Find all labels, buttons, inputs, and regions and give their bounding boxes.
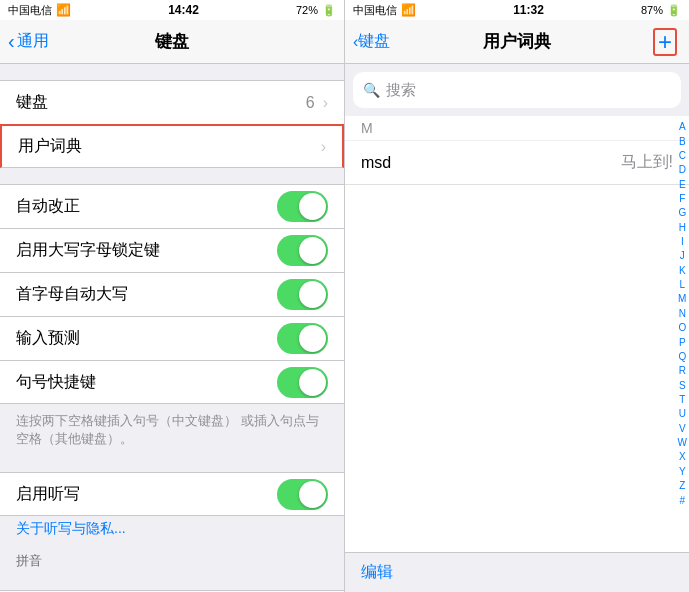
left-settings-content: 键盘 6 › 用户词典 › 自动改正 启用大写字母锁定键 首字母自动大写 bbox=[0, 64, 344, 592]
alphabet-index: A B C D E F G H I J K L M N O P Q R S T … bbox=[678, 116, 687, 512]
dict-phrase: 马上到! bbox=[621, 152, 673, 173]
right-back-button[interactable]: ‹ 键盘 bbox=[353, 31, 390, 52]
left-nav-title: 键盘 bbox=[155, 30, 189, 53]
dict-content: M msd 马上到! A B C D E F G H I J K L M N O… bbox=[345, 116, 689, 552]
pinyin-section-header: 拼音 bbox=[0, 546, 344, 574]
left-back-button[interactable]: ‹ 通用 bbox=[8, 30, 49, 53]
keyboard-row[interactable]: 键盘 6 › bbox=[0, 80, 344, 124]
alpha-I[interactable]: I bbox=[678, 236, 687, 248]
dictation-toggle[interactable] bbox=[277, 479, 328, 510]
keyboard-chevron-icon: › bbox=[323, 94, 328, 112]
toggles-section: 自动改正 启用大写字母锁定键 首字母自动大写 输入预测 句号快捷键 bbox=[0, 184, 344, 404]
alpha-V[interactable]: V bbox=[678, 423, 687, 435]
search-placeholder: 搜索 bbox=[386, 81, 416, 100]
alpha-Q[interactable]: Q bbox=[678, 351, 687, 363]
shortcuts-note: 连按两下空格键插入句号（中文键盘） 或插入句点与空格（其他键盘）。 bbox=[0, 404, 344, 456]
alpha-K[interactable]: K bbox=[678, 265, 687, 277]
predictive-label: 输入预测 bbox=[16, 328, 277, 349]
alpha-O[interactable]: O bbox=[678, 322, 687, 334]
left-status-bar: 中国电信 📶 14:42 72% 🔋 bbox=[0, 0, 344, 20]
shortcuts-label: 句号快捷键 bbox=[16, 372, 277, 393]
alpha-R[interactable]: R bbox=[678, 365, 687, 377]
alpha-U[interactable]: U bbox=[678, 408, 687, 420]
search-icon: 🔍 bbox=[363, 82, 380, 98]
alpha-X[interactable]: X bbox=[678, 451, 687, 463]
alpha-N[interactable]: N bbox=[678, 308, 687, 320]
right-nav-bar: ‹ 键盘 用户词典 + bbox=[345, 20, 689, 64]
alpha-W[interactable]: W bbox=[678, 437, 687, 449]
add-button[interactable]: + bbox=[653, 28, 677, 56]
alpha-Y[interactable]: Y bbox=[678, 466, 687, 478]
alpha-M[interactable]: M bbox=[678, 293, 687, 305]
alpha-A[interactable]: A bbox=[678, 121, 687, 133]
left-back-label: 通用 bbox=[17, 31, 49, 52]
auto-correct-row[interactable]: 自动改正 bbox=[0, 184, 344, 228]
alpha-T[interactable]: T bbox=[678, 394, 687, 406]
dictation-label: 启用听写 bbox=[16, 484, 277, 505]
shortcuts-toggle[interactable] bbox=[277, 367, 328, 398]
right-status-bar: 中国电信 📶 11:32 87% 🔋 bbox=[345, 0, 689, 20]
right-status-left: 中国电信 📶 bbox=[353, 3, 416, 18]
caps-lock-row[interactable]: 启用大写字母锁定键 bbox=[0, 228, 344, 272]
left-status-right: 72% 🔋 bbox=[296, 4, 336, 17]
search-bar-container: 🔍 搜索 bbox=[345, 64, 689, 116]
wifi-icon-right: 📶 bbox=[401, 3, 416, 17]
dict-footer: 编辑 bbox=[345, 552, 689, 592]
keyboard-value: 6 bbox=[306, 94, 315, 112]
wifi-icon-left: 📶 bbox=[56, 3, 71, 17]
carrier-right: 中国电信 bbox=[353, 3, 397, 18]
caps-lock-toggle[interactable] bbox=[277, 235, 328, 266]
time-left: 14:42 bbox=[168, 3, 199, 17]
battery-icon-right: 🔋 bbox=[667, 4, 681, 17]
alpha-F[interactable]: F bbox=[678, 193, 687, 205]
user-dict-row[interactable]: 用户词典 › bbox=[0, 124, 344, 168]
user-dict-chevron-icon: › bbox=[321, 138, 326, 156]
battery-pct-left: 72% bbox=[296, 4, 318, 16]
auto-caps-label: 首字母自动大写 bbox=[16, 284, 277, 305]
auto-correct-label: 自动改正 bbox=[16, 196, 277, 217]
auto-caps-row[interactable]: 首字母自动大写 bbox=[0, 272, 344, 316]
alpha-hash[interactable]: # bbox=[678, 495, 687, 507]
alpha-P[interactable]: P bbox=[678, 337, 687, 349]
right-panel: 中国电信 📶 11:32 87% 🔋 ‹ 键盘 用户词典 + 🔍 搜索 M ms… bbox=[345, 0, 689, 592]
keyboard-section: 键盘 6 › 用户词典 › bbox=[0, 80, 344, 168]
left-nav-bar: ‹ 通用 键盘 bbox=[0, 20, 344, 64]
alpha-G[interactable]: G bbox=[678, 207, 687, 219]
keyboard-label: 键盘 bbox=[16, 92, 306, 113]
carrier-left: 中国电信 bbox=[8, 3, 52, 18]
shortcuts-row[interactable]: 句号快捷键 bbox=[0, 360, 344, 404]
dict-shortcut: msd bbox=[361, 154, 621, 172]
predictive-row[interactable]: 输入预测 bbox=[0, 316, 344, 360]
right-status-right: 87% 🔋 bbox=[641, 4, 681, 17]
alpha-J[interactable]: J bbox=[678, 250, 687, 262]
battery-pct-right: 87% bbox=[641, 4, 663, 16]
left-status-left: 中国电信 📶 bbox=[8, 3, 71, 18]
dict-section-m: M bbox=[345, 116, 689, 141]
alpha-S[interactable]: S bbox=[678, 380, 687, 392]
chevron-left-icon: ‹ bbox=[8, 30, 15, 53]
alpha-L[interactable]: L bbox=[678, 279, 687, 291]
auto-caps-toggle[interactable] bbox=[277, 279, 328, 310]
predictive-toggle[interactable] bbox=[277, 323, 328, 354]
user-dict-label: 用户词典 bbox=[18, 136, 321, 157]
alpha-Z[interactable]: Z bbox=[678, 480, 687, 492]
alpha-C[interactable]: C bbox=[678, 150, 687, 162]
left-panel: 中国电信 📶 14:42 72% 🔋 ‹ 通用 键盘 键盘 6 › 用户词典 › bbox=[0, 0, 345, 592]
dictation-section: 启用听写 bbox=[0, 472, 344, 516]
search-bar[interactable]: 🔍 搜索 bbox=[353, 72, 681, 108]
dict-entry-msd[interactable]: msd 马上到! bbox=[345, 141, 689, 185]
battery-icon-left: 🔋 bbox=[322, 4, 336, 17]
time-right: 11:32 bbox=[513, 3, 544, 17]
auto-correct-toggle[interactable] bbox=[277, 191, 328, 222]
edit-button[interactable]: 编辑 bbox=[361, 562, 393, 583]
alpha-B[interactable]: B bbox=[678, 136, 687, 148]
caps-lock-label: 启用大写字母锁定键 bbox=[16, 240, 277, 261]
dictation-row[interactable]: 启用听写 bbox=[0, 472, 344, 516]
dictation-privacy-link[interactable]: 关于听写与隐私... bbox=[0, 516, 344, 546]
alpha-E[interactable]: E bbox=[678, 179, 687, 191]
alpha-D[interactable]: D bbox=[678, 164, 687, 176]
alpha-H[interactable]: H bbox=[678, 222, 687, 234]
right-back-label: 键盘 bbox=[358, 31, 390, 52]
right-nav-title: 用户词典 bbox=[483, 30, 551, 53]
